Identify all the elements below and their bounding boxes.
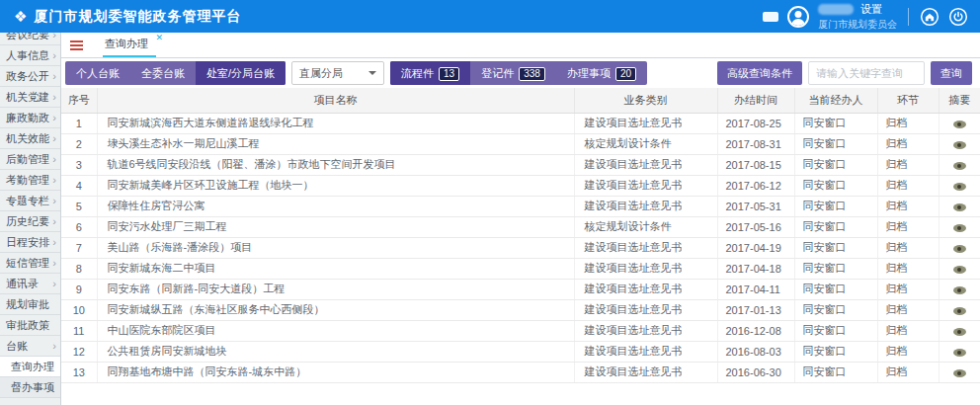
chevron-right-icon: ›	[52, 195, 56, 206]
sidebar-item-label: 机关党建	[6, 90, 52, 105]
chevron-right-icon: ›	[52, 132, 56, 144]
ledger-tab[interactable]: 处室/分局台账	[196, 61, 286, 85]
ledger-tab[interactable]: 全委台账	[130, 61, 196, 85]
sidebar-item[interactable]: 审批政策	[0, 315, 60, 336]
view-summary-eye-icon[interactable]	[953, 307, 966, 315]
table-row: 5 保障性住房官浔公寓 建设项目选址意见书 2017-05-31 同安窗口 归档	[61, 196, 980, 216]
cell-serial: 11	[61, 320, 97, 341]
cell-business-category: 建设项目选址意见书	[574, 341, 717, 362]
cell-serial: 2	[61, 133, 97, 154]
cell-completion-date: 2017-04-18	[717, 258, 794, 279]
cell-summary	[939, 175, 980, 196]
cell-completion-date: 2017-01-13	[717, 299, 794, 320]
sidebar-item-label: 短信管理	[6, 256, 52, 271]
cell-summary	[939, 299, 980, 320]
sidebar-item[interactable]: 规划审批	[0, 294, 60, 315]
settings-link[interactable]: 设置	[860, 2, 882, 17]
view-summary-eye-icon[interactable]	[953, 266, 966, 274]
view-summary-eye-icon[interactable]	[953, 183, 966, 191]
header-actions: 设置 厦门市规划委员会	[763, 2, 968, 32]
sidebar-item[interactable]: 查询办理	[0, 357, 60, 377]
user-block: 设置 厦门市规划委员会	[818, 2, 897, 32]
chevron-right-icon: ›	[52, 70, 56, 82]
cell-summary	[939, 196, 980, 216]
view-summary-eye-icon[interactable]	[953, 203, 966, 211]
count-filter-button[interactable]: 流程件13	[390, 61, 470, 85]
column-header: 项目名称	[97, 88, 574, 113]
sidebar-item[interactable]: 通讯录 ›	[0, 274, 60, 294]
cell-business-category: 核定规划设计条件	[574, 216, 717, 237]
cell-business-category: 建设项目选址意见书	[574, 362, 717, 382]
view-summary-eye-icon[interactable]	[953, 162, 966, 170]
sidebar-item[interactable]: 日程安排 ›	[0, 232, 60, 253]
column-header: 序号	[61, 88, 97, 113]
count-filter-label: 办理事项	[567, 67, 611, 79]
cell-stage: 归档	[877, 279, 939, 299]
cell-stage: 归档	[877, 258, 939, 279]
ledger-tab[interactable]: 个人台账	[65, 61, 130, 85]
table-row: 2 埭头溪生态补水一期尼山溪工程 核定规划设计条件 2017-08-31 同安窗…	[61, 133, 980, 154]
sidebar-item[interactable]: 会议纪要 ›	[0, 33, 60, 45]
sidebar-item[interactable]: 专题专栏 ›	[0, 191, 60, 211]
chevron-right-icon: ›	[52, 340, 56, 352]
view-summary-eye-icon[interactable]	[953, 224, 966, 232]
power-icon[interactable]	[948, 7, 968, 27]
view-summary-eye-icon[interactable]	[953, 328, 966, 336]
branch-dropdown[interactable]: 直属分局	[291, 61, 384, 85]
sidebar-item[interactable]: 政务公开 ›	[0, 66, 60, 87]
table-header-row: 序号项目名称业务类别办结时间当前经办人环节摘要	[61, 88, 980, 113]
table-row: 6 同安污水处理厂三期工程 核定规划设计条件 2017-05-16 同安窗口 归…	[61, 216, 980, 237]
message-icon[interactable]	[763, 12, 778, 22]
cell-completion-date: 2017-08-31	[717, 133, 794, 154]
user-avatar[interactable]	[787, 6, 809, 28]
cell-business-category: 建设项目选址意见书	[574, 196, 717, 216]
sidebar-item[interactable]: 历史纪要 ›	[0, 211, 60, 232]
cell-current-handler: 同安窗口	[794, 133, 877, 154]
view-summary-eye-icon[interactable]	[953, 245, 966, 253]
cell-summary	[939, 237, 980, 258]
table-row: 9 同安东路（同新路-同安大道段）工程 建设项目选址意见书 2017-04-11…	[61, 279, 980, 299]
count-filter-button[interactable]: 办理事项20	[556, 61, 647, 85]
sidebar-item[interactable]: 廉政勤政 ›	[0, 108, 60, 128]
sidebar-item-label: 日程安排	[6, 235, 52, 250]
chevron-down-icon	[368, 71, 376, 75]
view-summary-eye-icon[interactable]	[953, 369, 966, 377]
sidebar-item-label: 政务公开	[6, 69, 52, 84]
column-header: 办结时间	[717, 88, 794, 113]
sidebar-item[interactable]: 督办事项	[0, 377, 60, 398]
sidebar-item[interactable]: 机关效能 ›	[0, 128, 60, 149]
home-icon[interactable]	[920, 7, 939, 27]
cell-current-handler: 同安窗口	[794, 341, 877, 362]
count-filter-button[interactable]: 登记件338	[470, 61, 556, 85]
app-title: 厦门市规划委智能政务管理平台	[34, 8, 241, 26]
tab-label: 查询办理	[105, 37, 148, 51]
tab-query-handling[interactable]: 查询办理 ✕	[103, 33, 156, 57]
keyword-search-input[interactable]	[808, 61, 925, 85]
view-summary-eye-icon[interactable]	[953, 349, 966, 357]
tab-list-icon[interactable]	[70, 40, 83, 50]
ledger-tab-group: 个人台账全委台账处室/分局台账	[65, 61, 286, 85]
sidebar-item[interactable]: 机关党建 ›	[0, 87, 60, 108]
tab-bar: 查询办理 ✕	[61, 33, 980, 58]
sidebar-item[interactable]: 考勤管理 ›	[0, 170, 60, 191]
view-summary-eye-icon[interactable]	[953, 286, 966, 294]
sidebar-item[interactable]: 台账 ›	[0, 336, 60, 357]
sidebar-item[interactable]: 后勤管理 ›	[0, 149, 60, 170]
cell-completion-date: 2017-05-31	[717, 196, 794, 216]
cell-summary	[939, 320, 980, 341]
sidebar-item[interactable]: 短信管理 ›	[0, 253, 60, 274]
tab-close-icon[interactable]: ✕	[155, 33, 163, 42]
query-button[interactable]: 查询	[931, 61, 972, 85]
view-summary-eye-icon[interactable]	[953, 121, 966, 128]
sidebar-item[interactable]: 人事信息 ›	[0, 45, 60, 66]
cell-serial: 13	[61, 362, 97, 382]
cell-stage: 归档	[877, 299, 939, 320]
cell-summary	[939, 133, 980, 154]
advanced-query-button[interactable]: 高级查询条件	[717, 61, 802, 85]
count-filter-label: 流程件	[401, 67, 434, 79]
cell-business-category: 建设项目选址意见书	[574, 154, 717, 175]
cell-serial: 1	[61, 113, 97, 133]
cell-project-name: 中山医院东部院区项目	[97, 320, 574, 341]
view-summary-eye-icon[interactable]	[953, 141, 966, 149]
sidebar-item-label: 督办事项	[11, 380, 56, 395]
